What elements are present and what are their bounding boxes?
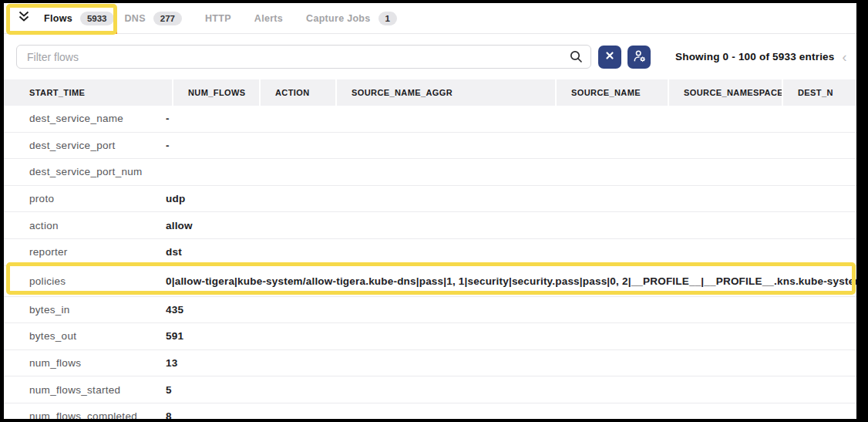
detail-row-bytes-in: bytes_in 435 bbox=[4, 297, 856, 324]
filter-toolbar: Showing 0 - 100 of 5933 entries ‹ bbox=[4, 34, 856, 79]
tab-alerts[interactable]: Alerts bbox=[254, 3, 283, 34]
detail-row-dest-service-port: dest_service_port - bbox=[4, 133, 856, 160]
tab-label: Flows bbox=[44, 13, 72, 24]
tab-bar: Flows 5933 DNS 277 HTTP Alerts Capture J… bbox=[4, 3, 856, 34]
detail-value: dst bbox=[166, 246, 856, 258]
clear-filter-button[interactable] bbox=[598, 46, 621, 69]
detail-value: 5 bbox=[166, 384, 856, 396]
collapse-panel-button[interactable] bbox=[16, 11, 32, 26]
detail-key: bytes_in bbox=[29, 304, 166, 316]
detail-value: 8 bbox=[166, 410, 856, 419]
detail-row-dest-service-name: dest_service_name - bbox=[4, 106, 856, 133]
filter-field-wrap bbox=[16, 45, 591, 69]
user-gear-icon bbox=[632, 49, 647, 66]
detail-key: proto bbox=[29, 193, 166, 204]
search-icon bbox=[569, 49, 584, 67]
tab-label: HTTP bbox=[205, 13, 231, 24]
flow-logs-panel: Flows 5933 DNS 277 HTTP Alerts Capture J… bbox=[4, 3, 856, 419]
detail-row-action: action allow bbox=[4, 212, 856, 239]
tab-label: DNS bbox=[125, 13, 146, 24]
user-settings-button[interactable] bbox=[627, 46, 651, 69]
filter-input[interactable] bbox=[16, 45, 591, 69]
detail-key: policies bbox=[29, 275, 166, 287]
detail-value: udp bbox=[166, 193, 856, 204]
table-header-row: START_TIME NUM_FLOWS ACTION SOURCE_NAME_… bbox=[4, 79, 856, 106]
detail-row-num-flows-started: num_flows_started 5 bbox=[4, 376, 856, 403]
detail-value: - bbox=[166, 140, 856, 151]
detail-key: num_flows_completed bbox=[29, 410, 166, 419]
tab-http[interactable]: HTTP bbox=[205, 3, 231, 34]
results-summary: Showing 0 - 100 of 5933 entries bbox=[675, 51, 835, 62]
tab-badge: 5933 bbox=[80, 12, 114, 25]
column-header-source-name-aggr[interactable]: SOURCE_NAME_AGGR bbox=[337, 79, 557, 106]
detail-key: dest_service_name bbox=[29, 113, 166, 124]
detail-key: bytes_out bbox=[29, 330, 166, 342]
detail-row-policies: policies 0|allow-tigera|kube-system/allo… bbox=[4, 266, 856, 297]
flow-detail-rows: dest_service_name - dest_service_port - … bbox=[4, 106, 856, 419]
detail-row-proto: proto udp bbox=[4, 186, 856, 213]
detail-value: 13 bbox=[166, 357, 856, 369]
detail-value: - bbox=[166, 113, 856, 124]
tab-badge: 277 bbox=[153, 12, 182, 25]
tab-flows[interactable]: Flows 5933 bbox=[44, 3, 114, 34]
detail-row-dest-service-port-num: dest_service_port_num bbox=[4, 159, 856, 186]
detail-key: num_flows bbox=[29, 357, 166, 369]
column-header-num-flows[interactable]: NUM_FLOWS bbox=[173, 79, 261, 106]
screenshot-frame: Flows 5933 DNS 277 HTTP Alerts Capture J… bbox=[0, 0, 868, 422]
tab-dns[interactable]: DNS 277 bbox=[125, 3, 182, 34]
detail-row-num-flows: num_flows 13 bbox=[4, 350, 856, 377]
pager-prev-icon[interactable]: ‹ bbox=[843, 50, 847, 64]
detail-value: allow bbox=[166, 220, 856, 231]
detail-value: 0|allow-tigera|kube-system/allow-tigera.… bbox=[166, 275, 856, 287]
column-header-source-namespace[interactable]: SOURCE_NAMESPACE bbox=[669, 79, 783, 106]
double-chevron-down-icon bbox=[18, 10, 30, 26]
detail-row-num-flows-completed: num_flows_completed 8 bbox=[4, 403, 856, 419]
detail-row-reporter: reporter dst bbox=[4, 239, 856, 266]
detail-key: dest_service_port bbox=[29, 140, 166, 151]
detail-key: reporter bbox=[29, 246, 166, 258]
tab-label: Capture Jobs bbox=[306, 13, 370, 24]
detail-row-bytes-out: bytes_out 591 bbox=[4, 323, 856, 350]
tab-capture-jobs[interactable]: Capture Jobs 1 bbox=[306, 3, 397, 34]
column-header-start-time[interactable]: START_TIME bbox=[4, 79, 173, 106]
detail-value: 435 bbox=[166, 304, 856, 316]
close-icon bbox=[605, 51, 614, 62]
tab-badge: 1 bbox=[378, 12, 397, 25]
detail-value: 591 bbox=[166, 330, 856, 342]
column-header-source-name[interactable]: SOURCE_NAME bbox=[557, 79, 669, 106]
detail-key: action bbox=[29, 220, 166, 231]
tab-label: Alerts bbox=[254, 13, 283, 24]
detail-key: dest_service_port_num bbox=[29, 166, 166, 177]
detail-key: num_flows_started bbox=[29, 384, 166, 396]
column-header-action[interactable]: ACTION bbox=[261, 79, 337, 106]
column-header-dest-name[interactable]: DEST_N bbox=[783, 79, 856, 106]
